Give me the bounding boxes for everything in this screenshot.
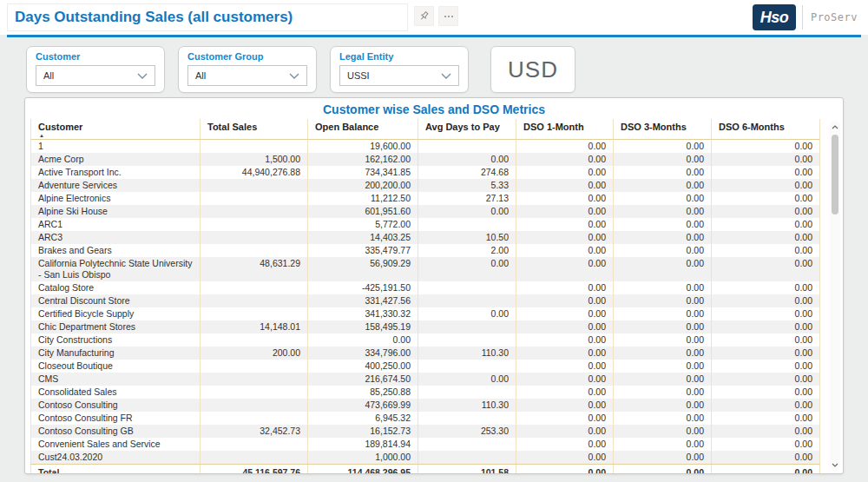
- table-row[interactable]: City Manufacturing200.00334,796.00110.30…: [30, 347, 820, 360]
- scroll-down-icon[interactable]: [830, 459, 840, 471]
- table-row[interactable]: Contoso Consulting FR6,945.320.000.000.0…: [30, 412, 820, 425]
- value-cell: 0.00: [614, 166, 712, 179]
- legal-entity-dropdown-value: USSI: [347, 70, 370, 81]
- value-cell: [201, 231, 308, 244]
- table-row[interactable]: Acme Corp1,500.00162,162.000.000.000.000…: [30, 153, 820, 166]
- logo-divider: [802, 5, 803, 30]
- customer-group-dropdown[interactable]: All: [187, 65, 307, 86]
- value-cell: 110.30: [418, 399, 516, 412]
- value-cell: 14,403.25: [308, 231, 418, 244]
- table-row[interactable]: Chic Department Stores14,148.01158,495.1…: [30, 320, 820, 333]
- value-cell: [418, 218, 516, 231]
- value-cell: 0.00: [712, 281, 820, 294]
- value-cell: -425,191.50: [308, 281, 418, 294]
- hso-logo-text: Hso: [760, 9, 789, 27]
- table-row[interactable]: ARC314,403.2510.500.000.000.00: [30, 231, 820, 244]
- customer-cell: California Polytechnic State University …: [30, 257, 201, 281]
- table-total-row: Total45,116,597.76114,468,296.95101.580.…: [30, 464, 820, 474]
- table-row[interactable]: Contoso Consulting473,669.99110.300.000.…: [30, 399, 820, 412]
- value-cell: 0.00: [712, 179, 820, 192]
- value-cell: 0.00: [712, 360, 820, 373]
- customer-cell: ARC3: [30, 231, 201, 244]
- value-cell: [201, 294, 308, 307]
- table-row[interactable]: Certified Bicycle Supply341,330.320.000.…: [30, 307, 820, 320]
- value-cell: 0.00: [614, 192, 712, 205]
- value-cell: 0.00: [516, 244, 614, 257]
- scroll-up-icon[interactable]: [830, 121, 840, 133]
- sort-ascending-icon: ▲: [39, 133, 44, 138]
- legal-entity-slicer-label: Legal Entity: [339, 51, 459, 62]
- table-row[interactable]: Contoso Consulting GB32,452.7316,152.732…: [30, 425, 820, 438]
- value-cell: 0.00: [516, 307, 614, 320]
- table-title: Customer wise Sales and DSO Metrics: [25, 98, 843, 119]
- table-row[interactable]: CMS216,674.500.000.000.000.00: [30, 373, 820, 386]
- table-row[interactable]: Cust24.03.20201,000.000.000.000.00: [30, 451, 820, 464]
- column-header-open-balance[interactable]: Open Balance: [308, 119, 418, 140]
- customer-cell: Catalog Store: [30, 281, 201, 294]
- customer-dropdown-value: All: [43, 70, 54, 81]
- table-row[interactable]: City Constructions0.000.000.000.00: [30, 333, 820, 347]
- table-row[interactable]: Alpine Ski House601,951.600.000.000.000.…: [30, 205, 820, 218]
- customer-cell: Central Discount Store: [30, 294, 201, 307]
- column-header-total-sales[interactable]: Total Sales: [201, 119, 308, 140]
- customer-cell: Contoso Consulting GB: [30, 425, 201, 438]
- value-cell: 0.00: [712, 192, 820, 205]
- value-cell: [201, 412, 308, 425]
- table-row[interactable]: Adventure Services200,200.005.330.000.00…: [30, 179, 820, 192]
- table-row[interactable]: ARC15,772.000.000.000.00: [30, 218, 820, 231]
- vertical-scrollbar[interactable]: [830, 121, 840, 471]
- table-row[interactable]: California Polytechnic State University …: [30, 257, 820, 281]
- value-cell: [201, 205, 308, 218]
- ellipsis-icon: [444, 16, 453, 17]
- value-cell: 0.00: [614, 373, 712, 386]
- value-cell: 0.00: [712, 399, 820, 412]
- value-cell: [201, 451, 308, 464]
- column-header-dso-6-months[interactable]: DSO 6-Months: [712, 119, 820, 140]
- table-row[interactable]: 119,600.000.000.000.00: [30, 140, 820, 153]
- value-cell: 341,330.32: [308, 307, 418, 320]
- value-cell: [418, 360, 516, 373]
- value-cell: [418, 412, 516, 425]
- value-cell: 400,250.00: [308, 360, 418, 373]
- chevron-down-icon: [441, 73, 451, 79]
- column-header-dso-3-months[interactable]: DSO 3-Months: [614, 119, 712, 140]
- value-cell: [201, 438, 308, 451]
- value-cell: 0.00: [516, 360, 614, 373]
- customer-dropdown[interactable]: All: [36, 65, 155, 86]
- value-cell: 0.00: [712, 307, 820, 320]
- value-cell: 189,814.94: [308, 438, 418, 451]
- value-cell: 0.00: [516, 320, 614, 333]
- value-cell: 0.00: [614, 425, 712, 438]
- value-cell: 0.00: [712, 231, 820, 244]
- customer-cell: Alpine Electronics: [30, 192, 201, 205]
- value-cell: 0.00: [712, 386, 820, 399]
- brand-logo: Hso ProServ: [753, 4, 858, 30]
- table-row[interactable]: Brakes and Gears335,479.772.000.000.000.…: [30, 244, 820, 257]
- table-row[interactable]: Closeout Boutique400,250.000.000.000.00: [30, 360, 820, 373]
- value-cell: 0.00: [614, 179, 712, 192]
- column-header-avg-days-to-pay[interactable]: Avg Days to Pay: [418, 119, 516, 140]
- table-row[interactable]: Active Transport Inc.44,940,276.88734,34…: [30, 166, 820, 179]
- customer-cell: Certified Bicycle Supply: [30, 307, 201, 320]
- table-row[interactable]: Consolidated Sales85,250.880.000.000.00: [30, 386, 820, 399]
- column-header-customer[interactable]: Customer▲: [30, 119, 201, 140]
- value-cell: 0.00: [516, 153, 614, 166]
- table-row[interactable]: Central Discount Store331,427.560.000.00…: [30, 294, 820, 307]
- value-cell: 158,495.19: [308, 320, 418, 333]
- scrollbar-thumb[interactable]: [832, 135, 838, 215]
- more-options-icon[interactable]: [438, 6, 458, 26]
- value-cell: 0.00: [712, 218, 820, 231]
- value-cell: 473,669.99: [308, 399, 418, 412]
- table-row[interactable]: Catalog Store-425,191.500.000.000.00: [30, 281, 820, 294]
- customer-cell: Active Transport Inc.: [30, 166, 201, 179]
- value-cell: [201, 333, 308, 347]
- pin-icon[interactable]: [414, 6, 434, 26]
- page-title: Days Outstanding Sales (all customers): [15, 9, 293, 26]
- value-cell: [418, 386, 516, 399]
- value-cell: 0.00: [614, 333, 712, 347]
- table-row[interactable]: Convenient Sales and Service189,814.940.…: [30, 438, 820, 451]
- table-row[interactable]: Alpine Electronics11,212.5027.130.000.00…: [30, 192, 820, 205]
- value-cell: 0.00: [614, 140, 712, 153]
- column-header-dso-1-month[interactable]: DSO 1-Month: [516, 119, 614, 140]
- legal-entity-dropdown[interactable]: USSI: [339, 65, 459, 86]
